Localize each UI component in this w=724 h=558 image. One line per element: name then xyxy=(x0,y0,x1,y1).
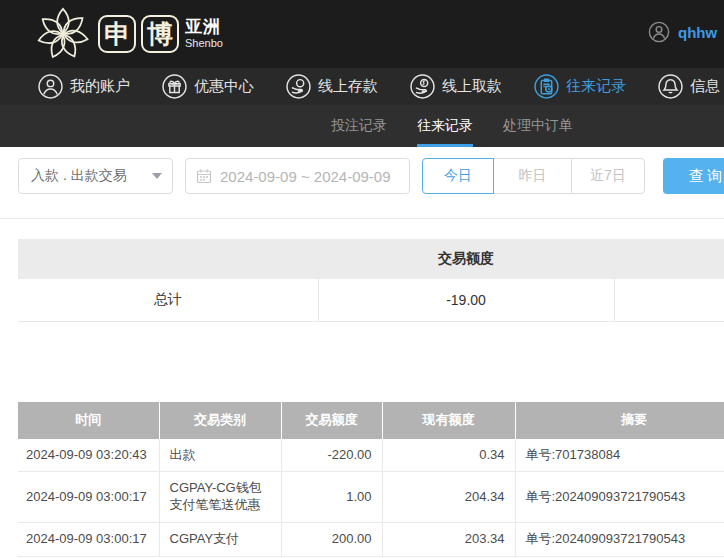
table-row: 2024-09-09 03:00:17 CGPAY支付 200.00 203.3… xyxy=(18,523,724,557)
date-range-input[interactable]: 2024-09-09 ~ 2024-09-09 xyxy=(185,158,410,194)
tab-transaction-records[interactable]: 往来记录 xyxy=(417,105,473,147)
records-icon xyxy=(534,74,559,99)
cell-type: CGPAY支付 xyxy=(159,523,281,557)
summary-header-empty xyxy=(614,239,724,279)
col-type: 交易类别 xyxy=(159,402,281,439)
transaction-type-select[interactable]: 入款 . 出款交易 xyxy=(18,158,173,194)
summary-header-empty xyxy=(18,239,318,279)
nav-label: 往来记录 xyxy=(566,77,626,96)
table-row: 2024-09-09 03:20:43 出款 -220.00 0.34 单号:7… xyxy=(18,439,724,472)
user-icon xyxy=(38,74,63,99)
nav-item-promotions[interactable]: 优惠中心 xyxy=(162,74,254,99)
nav-item-withdraw[interactable]: 线上取款 xyxy=(410,74,502,99)
cell-amount: 1.00 xyxy=(281,472,382,523)
deposit-icon xyxy=(286,74,311,99)
nav-item-my-account[interactable]: 我的账户 xyxy=(38,74,130,99)
chevron-down-icon xyxy=(152,173,162,179)
summary-total-empty xyxy=(614,279,724,321)
record-tabs: 投注记录 往来记录 处理中订单 xyxy=(0,105,724,147)
logo-region-block: 亚洲 Shenbo xyxy=(185,18,223,50)
cell-amount: -220.00 xyxy=(281,439,382,472)
nav-label: 我的账户 xyxy=(70,77,130,96)
today-button[interactable]: 今日 xyxy=(422,158,494,194)
cell-summary: 单号:202409093721790543 xyxy=(515,523,724,557)
transaction-type-value: 入款 . 出款交易 xyxy=(31,167,127,185)
cell-balance: 204.34 xyxy=(382,472,515,523)
logo-region-text: 亚洲 xyxy=(185,18,223,37)
col-balance: 现有额度 xyxy=(382,402,515,439)
logo-box-bo: 博 xyxy=(141,15,179,53)
col-summary: 摘要 xyxy=(515,402,724,439)
tab-bet-records[interactable]: 投注记录 xyxy=(331,105,387,147)
summary-header-amount: 交易额度 xyxy=(318,239,614,279)
col-time: 时间 xyxy=(18,402,159,439)
logo-subtitle: Shenbo xyxy=(185,37,223,50)
site-logo[interactable]: 申 博 亚洲 Shenbo xyxy=(34,5,223,63)
summary-header-row: 交易额度 xyxy=(18,239,724,279)
cell-summary: 单号:701738084 xyxy=(515,439,724,472)
cell-summary: 单号:202409093721790543 xyxy=(515,472,724,523)
last7days-button[interactable]: 近7日 xyxy=(571,158,645,194)
logo-character-boxes: 申 博 xyxy=(98,15,179,53)
bell-icon xyxy=(658,74,683,99)
nav-label: 优惠中心 xyxy=(194,77,254,96)
search-button[interactable]: 查询 xyxy=(663,158,724,194)
cell-type: CGPAY-CG钱包支付笔笔送优惠 xyxy=(159,472,281,523)
records-header-row: 时间 交易类别 交易额度 现有额度 摘要 xyxy=(18,402,724,439)
summary-table: 交易额度 总计 -19.00 xyxy=(18,239,724,322)
cell-time: 2024-09-09 03:00:17 xyxy=(18,472,159,523)
flower-logo-icon xyxy=(34,5,92,63)
logo-box-shen: 申 xyxy=(98,15,136,53)
main-nav: 我的账户 优惠中心 线上存款 xyxy=(0,68,724,105)
top-header: 申 博 亚洲 Shenbo qhhw xyxy=(0,0,724,68)
nav-label: 线上存款 xyxy=(318,77,378,96)
filter-bar: 入款 . 出款交易 2024-09-09 ~ 2024-09-09 今日 昨日 … xyxy=(0,158,724,194)
col-amount: 交易额度 xyxy=(281,402,382,439)
username[interactable]: qhhw xyxy=(678,24,717,41)
nav-item-transactions[interactable]: 往来记录 xyxy=(534,74,626,99)
withdraw-icon xyxy=(410,74,435,99)
summary-total-amount: -19.00 xyxy=(318,279,614,321)
tab-pending-orders[interactable]: 处理中订单 xyxy=(503,105,573,147)
summary-total-label: 总计 xyxy=(18,279,318,321)
yesterday-button[interactable]: 昨日 xyxy=(493,158,572,194)
calendar-icon xyxy=(196,168,212,184)
cell-time: 2024-09-09 03:00:17 xyxy=(18,523,159,557)
cell-balance: 0.34 xyxy=(382,439,515,472)
records-table: 时间 交易类别 交易额度 现有额度 摘要 2024-09-09 03:20:43… xyxy=(18,402,724,558)
user-avatar-icon xyxy=(648,21,670,43)
gift-icon xyxy=(162,74,187,99)
table-row: 2024-09-09 03:00:17 CGPAY-CG钱包支付笔笔送优惠 1.… xyxy=(18,472,724,523)
cell-amount: 200.00 xyxy=(281,523,382,557)
nav-label: 线上取款 xyxy=(442,77,502,96)
cell-type: 出款 xyxy=(159,439,281,472)
cell-time: 2024-09-09 03:20:43 xyxy=(18,439,159,472)
cell-balance: 203.34 xyxy=(382,523,515,557)
summary-total-row: 总计 -19.00 xyxy=(18,279,724,321)
date-range-value: 2024-09-09 ~ 2024-09-09 xyxy=(220,168,391,185)
quick-date-buttons: 今日 昨日 近7日 xyxy=(422,158,645,194)
nav-label: 信息 xyxy=(690,77,720,96)
nav-item-deposit[interactable]: 线上存款 xyxy=(286,74,378,99)
section-divider xyxy=(0,218,724,219)
nav-item-messages[interactable]: 信息 xyxy=(658,74,720,99)
user-account[interactable]: qhhw xyxy=(648,21,717,43)
